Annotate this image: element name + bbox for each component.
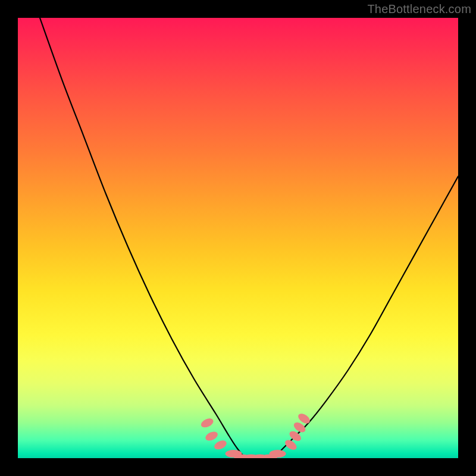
highlight-dot	[204, 430, 219, 442]
outer-frame: TheBottleneck.com	[0, 0, 476, 476]
watermark-text: TheBottleneck.com	[367, 2, 471, 16]
highlight-dots	[199, 412, 311, 458]
chart-svg	[18, 18, 458, 458]
highlight-dot	[199, 416, 214, 429]
bottleneck-curve	[40, 18, 458, 458]
plot-area	[18, 18, 458, 458]
highlight-dot	[213, 439, 228, 451]
highlight-dot	[270, 450, 286, 458]
